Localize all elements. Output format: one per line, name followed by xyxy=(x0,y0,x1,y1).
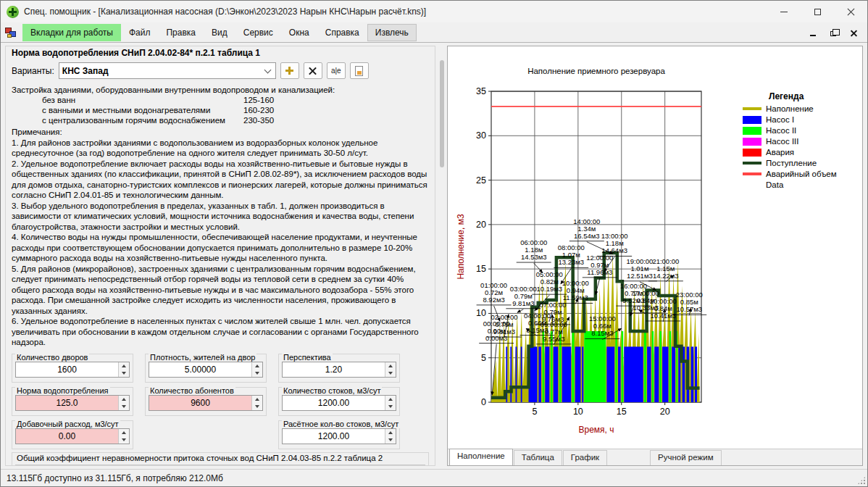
pump1-bar xyxy=(554,346,559,402)
minimize-button[interactable] xyxy=(767,1,801,22)
spin-up-button[interactable] xyxy=(385,396,396,403)
legend-label: Поступление xyxy=(766,159,817,167)
pump2-bar xyxy=(622,331,623,402)
arrow-up-icon xyxy=(122,398,126,401)
arrow-down-icon xyxy=(255,372,259,375)
field-value: 125.0 xyxy=(16,396,118,410)
resize-grip-icon[interactable] xyxy=(857,476,866,485)
arrow-down-icon xyxy=(122,372,126,375)
spin-up-button[interactable] xyxy=(252,396,262,403)
spin-down-button[interactable] xyxy=(385,436,396,444)
annotation-volume: 10.19м3 xyxy=(536,285,562,293)
column-header[interactable]: 5л/с xyxy=(70,465,109,466)
pump1-bar xyxy=(606,346,614,402)
minimize-icon xyxy=(780,12,788,12)
field-2: Перспектива1.20 xyxy=(278,354,400,383)
menu-item-1[interactable]: Файл xyxy=(121,24,159,41)
rename-variant-button[interactable]: a|e xyxy=(327,62,346,79)
spin-down-button[interactable] xyxy=(252,370,262,377)
mdi-restore-button[interactable] xyxy=(828,28,838,37)
close-button[interactable] xyxy=(834,1,867,22)
column-header[interactable]: 20л/с xyxy=(149,465,188,466)
field-5: Количество стоков, м3/сут1200.00 xyxy=(278,387,400,416)
delete-variant-button[interactable] xyxy=(304,62,322,79)
column-header[interactable]: 500л/с xyxy=(306,465,346,466)
field-4: Количество абонентов9600 xyxy=(145,387,267,416)
y-tick-label: 5 xyxy=(481,353,486,363)
field-label: Расётное кол-во стоков, м3/сут xyxy=(282,420,400,428)
legend-item: Авария xyxy=(743,148,859,157)
spin-down-button[interactable] xyxy=(252,403,262,410)
arrow-up-icon xyxy=(255,398,259,401)
delete-icon xyxy=(309,67,317,75)
spin-down-button[interactable] xyxy=(385,370,396,377)
note-item-4: 4. Количество воды на нужды промышленнос… xyxy=(12,232,429,264)
add-variant-button[interactable] xyxy=(280,62,299,79)
preview-variant-button[interactable] xyxy=(350,62,369,79)
menu-item-2[interactable]: Правка xyxy=(158,24,204,41)
spin-up-button[interactable] xyxy=(119,362,129,370)
pump1-bar xyxy=(575,346,581,402)
spin-up-button[interactable] xyxy=(385,429,396,436)
annotation-volume: 12.51м3 xyxy=(627,272,653,280)
spin-up-button[interactable] xyxy=(252,362,262,370)
field-input[interactable]: 0.00 xyxy=(15,428,130,444)
consumption-name: с централизованным горячим водоснабжение… xyxy=(12,115,243,125)
pump1-bar xyxy=(510,346,512,402)
annotation-10:00:00: 10:00:000.94м11.59м3 xyxy=(558,279,593,304)
consumption-row: с централизованным горячим водоснабжение… xyxy=(12,115,429,125)
left-panel-scrollbar[interactable] xyxy=(438,47,446,465)
tab-Таблица[interactable]: Таблица xyxy=(514,450,562,465)
spin-down-button[interactable] xyxy=(119,436,129,444)
y-tick-label: 35 xyxy=(476,86,486,96)
annotation-06:00:00: 06:00:001.18м14.53м3 xyxy=(517,238,551,272)
column-header[interactable]: 300л/с xyxy=(267,465,306,466)
column-header[interactable]: 50л/с xyxy=(188,465,228,466)
spin-down-button[interactable] xyxy=(119,403,129,410)
spin-down-button[interactable] xyxy=(385,403,396,410)
spin-up-button[interactable] xyxy=(119,429,129,436)
menu-item-7[interactable]: Извлечь xyxy=(367,24,417,41)
column-header[interactable]: 10л/с xyxy=(109,465,149,466)
chart-area: Наполнение приемного резервуара 05101520… xyxy=(448,46,862,449)
tab-Ручной режим[interactable]: Ручной режим xyxy=(650,450,721,465)
field-input[interactable]: 5.00000 xyxy=(149,362,263,378)
field-input[interactable]: 1.20 xyxy=(282,362,396,378)
field-input[interactable]: 1600 xyxy=(15,362,130,378)
chart-title: Наполнение приемного резервуара xyxy=(448,67,745,75)
menu-item-6[interactable]: Справка xyxy=(317,24,367,41)
menu-item-4[interactable]: Сервис xyxy=(235,24,281,41)
note-item-6: 6. Удельное водопотребление в населенных… xyxy=(12,316,429,348)
annotation-volume: 9.81м3 xyxy=(512,299,534,307)
maximize-button[interactable] xyxy=(801,1,834,22)
field-value: 5.00000 xyxy=(149,362,251,377)
scrollbar-thumb[interactable] xyxy=(440,60,444,167)
title-bar: Спец. помощник - [Канализационная насосн… xyxy=(1,1,867,22)
menu-item-0[interactable]: Вкладки для работы xyxy=(22,24,121,41)
field-input[interactable]: 9600 xyxy=(149,395,263,411)
consumption-block: Застройка зданиями, оборудованными внутр… xyxy=(12,85,429,125)
pump1-bar xyxy=(624,346,643,402)
field-value: 1600 xyxy=(16,362,118,377)
mdi-minimize-button[interactable] xyxy=(808,28,818,37)
arrow-up-icon xyxy=(388,365,393,367)
chart-legend: Легенда НаполнениеНасос IНасос IIНасос I… xyxy=(743,91,859,191)
spin-up-button[interactable] xyxy=(119,396,129,403)
field-input[interactable]: 1200.00 xyxy=(282,428,396,444)
tab-График[interactable]: График xyxy=(563,450,607,465)
column-header[interactable]: 100л/с xyxy=(228,465,267,466)
spin-down-button[interactable] xyxy=(119,370,129,377)
variants-combobox[interactable]: КНС Запад xyxy=(59,62,276,79)
mdi-close-button[interactable] xyxy=(848,28,859,37)
column-header[interactable]: 5000л/с и более xyxy=(385,465,425,466)
pump1-bar xyxy=(521,346,522,402)
field-input[interactable]: 125.0 xyxy=(15,395,130,411)
note-item-1: 1. Для районов застройки зданиями с водо… xyxy=(12,138,429,159)
spin-up-button[interactable] xyxy=(385,362,396,370)
column-header[interactable]: 1000л/с xyxy=(346,465,385,466)
menu-item-5[interactable]: Окна xyxy=(281,24,317,41)
notes-list: 1. Для районов застройки зданиями с водо… xyxy=(12,138,429,348)
tab-Наполнение[interactable]: Наполнение xyxy=(449,449,513,465)
menu-item-3[interactable]: Вид xyxy=(204,24,235,41)
field-input[interactable]: 1200.00 xyxy=(282,395,396,411)
